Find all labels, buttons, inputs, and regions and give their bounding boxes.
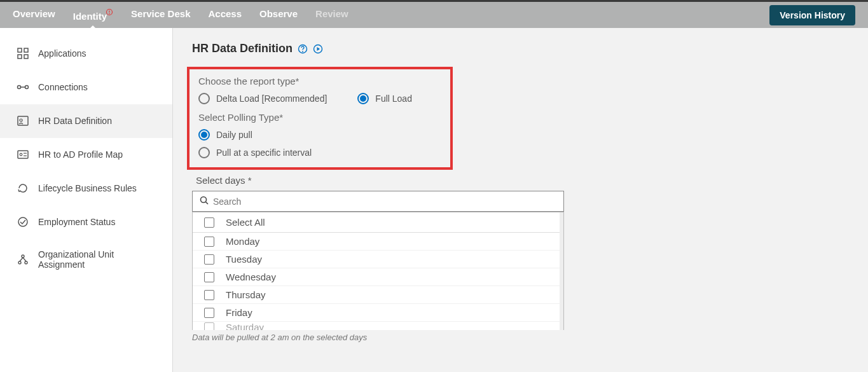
sidebar-item-org-unit[interactable]: Organizational Unit Assignment: [0, 239, 172, 280]
svg-point-13: [20, 153, 22, 156]
days-hint-text: Data will be pulled at 2 am on the selec…: [192, 333, 564, 342]
day-row-monday[interactable]: Monday: [193, 233, 563, 251]
svg-point-11: [20, 119, 22, 121]
sidebar: Applications Connections HR Data Definit…: [0, 28, 173, 372]
days-search-input[interactable]: [213, 196, 557, 207]
day-label: Select All: [226, 217, 265, 228]
tab-access[interactable]: Access: [208, 2, 242, 28]
radio-icon: [357, 93, 369, 104]
svg-rect-5: [18, 55, 22, 59]
polling-type-label: Select Polling Type*: [198, 112, 441, 123]
svg-line-20: [20, 258, 23, 261]
applications-icon: [17, 47, 29, 60]
day-label: Monday: [226, 236, 259, 247]
page-title-row: HR Data Definition: [192, 42, 849, 55]
checkbox-icon: [204, 322, 214, 331]
svg-point-26: [201, 197, 207, 203]
svg-rect-12: [18, 151, 28, 158]
day-label: Wednesday: [226, 272, 276, 282]
sidebar-item-profile-map[interactable]: HR to AD Profile Map: [0, 138, 172, 172]
checkbox-icon: [204, 254, 214, 265]
day-row-saturday[interactable]: Saturday: [193, 322, 563, 330]
sidebar-item-label: HR to AD Profile Map: [38, 149, 123, 160]
tab-overview[interactable]: Overview: [13, 2, 55, 28]
sidebar-item-hr-data-definition[interactable]: HR Data Definition: [0, 104, 172, 138]
days-list: Select All Monday Tuesday Wednesday Thur…: [192, 212, 564, 330]
svg-point-19: [25, 261, 27, 264]
content-area: HR Data Definition Choose the report typ…: [173, 28, 868, 372]
report-type-label: Choose the report type*: [198, 76, 441, 86]
sidebar-item-connections[interactable]: Connections: [0, 71, 172, 104]
day-row-friday[interactable]: Friday: [193, 304, 563, 322]
hr-data-icon: [17, 114, 29, 127]
page-title: HR Data Definition: [192, 42, 293, 55]
employment-status-icon: [17, 216, 29, 228]
radio-icon: [198, 129, 210, 141]
highlighted-section: Choose the report type* Delta Load [Reco…: [187, 67, 453, 170]
svg-point-18: [18, 261, 21, 264]
play-icon[interactable]: [313, 44, 323, 54]
svg-marker-25: [317, 47, 320, 51]
sidebar-item-label: Organizational Unit Assignment: [38, 249, 156, 270]
search-icon: [199, 195, 209, 207]
sidebar-item-lifecycle[interactable]: Lifecycle Business Rules: [0, 172, 172, 205]
svg-rect-4: [24, 48, 28, 52]
radio-specific-interval[interactable]: Pull at a specific interval: [198, 147, 441, 158]
alert-icon: [106, 8, 113, 16]
day-row-tuesday[interactable]: Tuesday: [193, 251, 563, 268]
svg-point-7: [18, 86, 21, 89]
day-row-wednesday[interactable]: Wednesday: [193, 268, 563, 286]
select-days-section: Select days * Select All Monday: [192, 175, 564, 342]
svg-point-2: [109, 13, 110, 15]
sidebar-item-label: Lifecycle Business Rules: [38, 183, 137, 193]
svg-rect-6: [24, 55, 28, 59]
days-search-box[interactable]: [192, 191, 564, 212]
svg-point-16: [18, 217, 27, 226]
tab-identity-label: Identity: [73, 11, 107, 22]
day-label: Saturday: [226, 322, 264, 330]
connections-icon: [17, 81, 29, 93]
help-icon[interactable]: [298, 44, 308, 54]
tab-review[interactable]: Review: [315, 2, 348, 28]
checkbox-icon: [204, 217, 214, 228]
tab-service-desk[interactable]: Service Desk: [131, 2, 190, 28]
radio-label: Full Load: [375, 93, 412, 104]
checkbox-icon: [204, 237, 214, 247]
sidebar-item-label: Employment Status: [38, 217, 115, 227]
day-label: Tuesday: [226, 254, 262, 265]
sidebar-item-label: HR Data Definition: [38, 116, 112, 126]
svg-point-23: [302, 51, 303, 52]
sidebar-item-applications[interactable]: Applications: [0, 37, 172, 71]
sidebar-item-label: Applications: [38, 48, 86, 59]
scrollbar[interactable]: [560, 212, 563, 330]
svg-line-21: [23, 258, 26, 261]
radio-icon: [198, 93, 210, 104]
day-label: Thursday: [226, 289, 266, 300]
lifecycle-icon: [17, 182, 29, 195]
radio-full-load[interactable]: Full Load: [357, 93, 412, 104]
sidebar-item-employment-status[interactable]: Employment Status: [0, 205, 172, 239]
radio-icon: [198, 147, 210, 158]
svg-rect-3: [18, 48, 22, 52]
radio-label: Delta Load [Recommended]: [216, 93, 327, 104]
select-days-label: Select days *: [196, 175, 564, 186]
org-unit-icon: [17, 253, 29, 266]
version-history-button[interactable]: Version History: [769, 5, 855, 25]
radio-label: Daily pull: [216, 130, 252, 140]
day-label: Friday: [226, 307, 252, 318]
svg-point-8: [25, 86, 29, 89]
checkbox-icon: [204, 308, 214, 318]
svg-point-17: [22, 255, 24, 258]
radio-label: Pull at a specific interval: [216, 148, 312, 158]
profile-map-icon: [17, 148, 29, 161]
day-row-thursday[interactable]: Thursday: [193, 286, 563, 304]
tab-observe[interactable]: Observe: [259, 2, 298, 28]
top-navigation: Overview Identity Service Desk Access Ob…: [0, 0, 868, 28]
sidebar-item-label: Connections: [38, 82, 88, 92]
svg-line-27: [206, 202, 209, 205]
tab-identity[interactable]: Identity: [73, 2, 113, 28]
checkbox-icon: [204, 272, 214, 282]
radio-daily-pull[interactable]: Daily pull: [198, 129, 441, 141]
radio-delta-load[interactable]: Delta Load [Recommended]: [198, 93, 327, 104]
day-row-select-all[interactable]: Select All: [193, 212, 563, 233]
